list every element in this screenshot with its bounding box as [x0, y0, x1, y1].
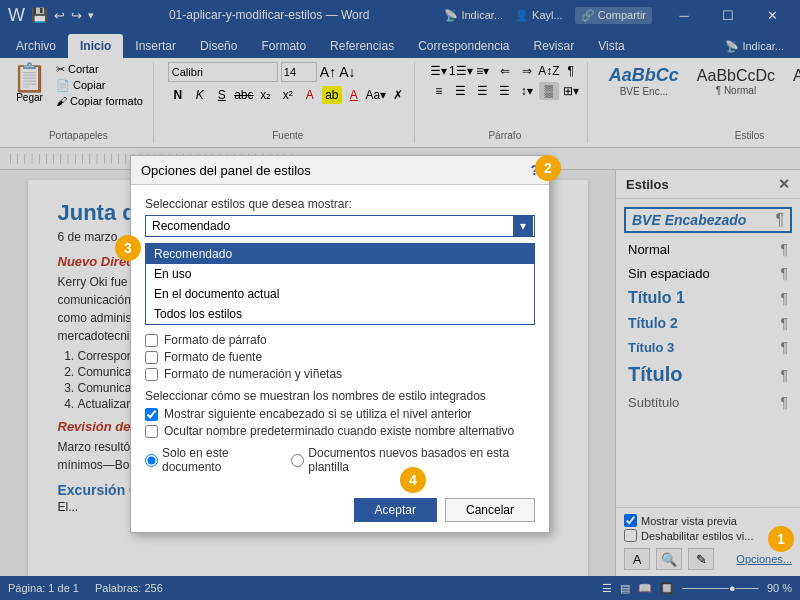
show-next-heading-label: Mostrar siguiente encabezado si se utili… — [164, 407, 472, 421]
dialog-body: Seleccionar estilos que desea mostrar: R… — [131, 185, 549, 492]
hide-default-name-label: Ocultar nombre predeterminado cuando exi… — [164, 424, 514, 438]
format-fuente-row: Formato de fuente — [145, 350, 535, 364]
format-numeracion-checkbox[interactable] — [145, 368, 158, 381]
radio-new-docs-text: Documentos nuevos basados en esta planti… — [308, 446, 535, 474]
radio-this-doc-label[interactable]: Solo en este documento — [145, 446, 281, 474]
dropdown-item-todos[interactable]: Todos los estilos — [146, 304, 534, 324]
hide-default-name-row: Ocultar nombre predeterminado cuando exi… — [145, 424, 535, 438]
select-label: Seleccionar estilos que desea mostrar: — [145, 197, 535, 211]
format-numeracion-row: Formato de numeración y viñetas — [145, 367, 535, 381]
radio-row: Solo en este documento Documentos nuevos… — [145, 446, 535, 474]
dialog-overlay: Opciones del panel de estilos ? Seleccio… — [0, 0, 800, 600]
hide-default-name-checkbox[interactable] — [145, 425, 158, 438]
radio-new-docs[interactable] — [291, 454, 304, 467]
show-next-heading-checkbox[interactable] — [145, 408, 158, 421]
select-container: Recomendado ▾ — [145, 215, 535, 237]
integrated-label: Seleccionar cómo se muestran los nombres… — [145, 389, 535, 403]
dropdown-item-recomendado[interactable]: Recomendado — [146, 244, 534, 264]
show-next-heading-row: Mostrar siguiente encabezado si se utili… — [145, 407, 535, 421]
dialog-titlebar: Opciones del panel de estilos ? — [131, 156, 549, 185]
format-numeracion-label: Formato de numeración y viñetas — [164, 367, 342, 381]
ok-button[interactable]: Aceptar — [354, 498, 437, 522]
dialog-title: Opciones del panel de estilos — [141, 163, 311, 178]
format-parrafo-row: Formato de párrafo — [145, 333, 535, 347]
radio-this-doc-text: Solo en este documento — [162, 446, 281, 474]
radio-this-doc[interactable] — [145, 454, 158, 467]
format-fuente-label: Formato de fuente — [164, 350, 262, 364]
radio-new-docs-label[interactable]: Documentos nuevos basados en esta planti… — [291, 446, 535, 474]
dropdown-item-en-documento[interactable]: En el documento actual — [146, 284, 534, 304]
format-parrafo-checkbox[interactable] — [145, 334, 158, 347]
format-checkboxes-section: Formato de párrafo Formato de fuente For… — [145, 333, 535, 381]
dialog-footer: Aceptar Cancelar — [131, 492, 549, 532]
dialog-help-button[interactable]: ? — [530, 162, 539, 178]
dropdown-item-en-uso[interactable]: En uso — [146, 264, 534, 284]
format-parrafo-label: Formato de párrafo — [164, 333, 267, 347]
cancel-button[interactable]: Cancelar — [445, 498, 535, 522]
dropdown-list: Recomendado En uso En el documento actua… — [145, 243, 535, 325]
integrated-section: Seleccionar cómo se muestran los nombres… — [145, 389, 535, 438]
styles-panel-options-dialog: Opciones del panel de estilos ? Seleccio… — [130, 155, 550, 533]
format-fuente-checkbox[interactable] — [145, 351, 158, 364]
styles-select[interactable]: Recomendado — [145, 215, 535, 237]
